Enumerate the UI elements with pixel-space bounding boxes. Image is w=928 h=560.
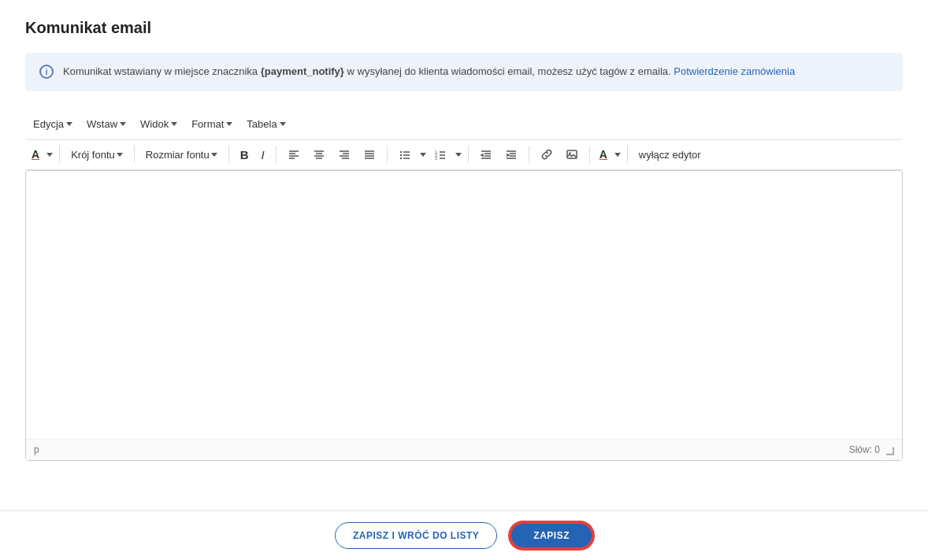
save-back-label: ZAPISZ I WRÓĆ DO LISTY xyxy=(353,530,479,541)
font-color-label: A xyxy=(32,148,39,161)
editor-wrapper: p Słów: 0 xyxy=(25,170,903,461)
info-text: Komunikat wstawiany w miejsce znacznika … xyxy=(63,64,795,80)
editor-status-left: p xyxy=(34,444,39,455)
font-size-chevron-icon xyxy=(211,153,217,157)
italic-button[interactable]: I xyxy=(257,145,269,165)
bullet-list-button[interactable] xyxy=(394,145,416,164)
info-link[interactable]: Potwierdzenie zamówienia xyxy=(674,65,795,77)
align-center-button[interactable] xyxy=(308,145,330,164)
chevron-down-icon xyxy=(226,122,232,126)
toolbar-separator xyxy=(134,146,135,163)
save-button[interactable]: ZAPISZ xyxy=(510,522,593,549)
disable-editor-label: wyłącz edytor xyxy=(639,149,701,161)
menu-widok[interactable]: Widok xyxy=(135,115,182,133)
align-right-icon xyxy=(338,148,351,161)
indent-decrease-button[interactable] xyxy=(475,145,497,164)
svg-rect-36 xyxy=(567,150,577,158)
toolbar-separator xyxy=(228,146,229,163)
svg-point-17 xyxy=(400,154,402,156)
info-tag: {payment_notify} xyxy=(261,65,344,77)
font-family-label: Krój fontu xyxy=(71,149,115,161)
bullet-list-chevron-icon xyxy=(420,153,426,157)
info-text-before: Komunikat wstawiany w miejsce znacznika xyxy=(63,65,261,77)
font-family-chevron-icon xyxy=(117,153,123,157)
text-color-button[interactable]: A xyxy=(596,146,611,162)
align-left-icon xyxy=(288,148,300,161)
font-color-chevron-icon xyxy=(46,153,53,157)
font-color-button[interactable]: A xyxy=(28,146,43,162)
image-icon xyxy=(566,148,578,161)
align-justify-button[interactable] xyxy=(358,145,380,164)
align-center-icon xyxy=(313,148,325,161)
resize-handle[interactable] xyxy=(886,447,894,455)
toolbar-separator xyxy=(627,146,628,163)
svg-text:3.: 3. xyxy=(435,156,438,161)
toolbar-separator xyxy=(468,146,469,163)
toolbar-separator xyxy=(59,146,60,163)
svg-point-18 xyxy=(400,158,402,159)
disable-editor-button[interactable]: wyłącz edytor xyxy=(634,146,706,164)
indent-increase-button[interactable] xyxy=(500,145,522,164)
menu-format[interactable]: Format xyxy=(187,115,237,133)
text-color-chevron-icon xyxy=(614,153,621,157)
editor-top-toolbar: Edycja Wstaw Widok Format Tabela xyxy=(25,109,903,140)
font-size-label: Rozmiar fontu xyxy=(146,149,210,161)
toolbar-separator xyxy=(529,146,529,163)
align-justify-icon xyxy=(363,148,376,161)
save-back-button[interactable]: ZAPISZ I WRÓĆ DO LISTY xyxy=(335,522,497,549)
info-icon: i xyxy=(39,65,54,79)
link-icon xyxy=(540,148,553,161)
bullet-list-icon xyxy=(399,148,411,161)
menu-edycja[interactable]: Edycja xyxy=(28,115,77,133)
numbered-list-chevron-icon xyxy=(455,153,462,157)
bold-button[interactable]: B xyxy=(236,145,254,165)
align-right-button[interactable] xyxy=(333,145,355,164)
chevron-down-icon xyxy=(280,122,286,126)
bottom-bar: ZAPISZ I WRÓĆ DO LISTY ZAPISZ xyxy=(0,510,928,560)
menu-wstaw[interactable]: Wstaw xyxy=(82,115,131,133)
align-left-button[interactable] xyxy=(283,145,305,164)
editor-word-count: Słów: 0 xyxy=(849,444,880,455)
chevron-down-icon xyxy=(66,122,72,126)
indent-decrease-icon xyxy=(480,148,492,161)
italic-label: I xyxy=(262,148,265,161)
svg-point-16 xyxy=(400,151,402,153)
font-family-selector[interactable]: Krój fontu xyxy=(66,146,128,164)
link-button[interactable] xyxy=(536,145,558,164)
editor-format-toolbar: A Krój fontu Rozmiar fontu B I xyxy=(25,140,903,170)
toolbar-separator xyxy=(276,146,277,163)
menu-tabela[interactable]: Tabela xyxy=(242,115,290,133)
toolbar-separator xyxy=(589,146,590,163)
editor-status-bar: p Słów: 0 xyxy=(26,439,902,460)
page-title: Komunikat email xyxy=(25,19,903,37)
bold-label: B xyxy=(240,148,249,161)
chevron-down-icon xyxy=(171,122,177,126)
indent-increase-icon xyxy=(505,148,518,161)
chevron-down-icon xyxy=(120,122,126,126)
text-color-label: A xyxy=(599,148,607,161)
editor-area[interactable] xyxy=(26,171,902,439)
save-label: ZAPISZ xyxy=(533,530,570,541)
numbered-list-icon: 1. 2. 3. xyxy=(434,148,447,161)
info-banner: i Komunikat wstawiany w miejsce znacznik… xyxy=(25,53,903,91)
info-text-after: w wysyłanej do klienta wiadomości email,… xyxy=(344,65,671,77)
page-container: Komunikat email i Komunikat wstawiany w … xyxy=(0,0,928,560)
toolbar-separator xyxy=(387,146,388,163)
font-size-selector[interactable]: Rozmiar fontu xyxy=(141,146,222,164)
image-button[interactable] xyxy=(561,145,583,164)
numbered-list-button[interactable]: 1. 2. 3. xyxy=(429,145,451,164)
